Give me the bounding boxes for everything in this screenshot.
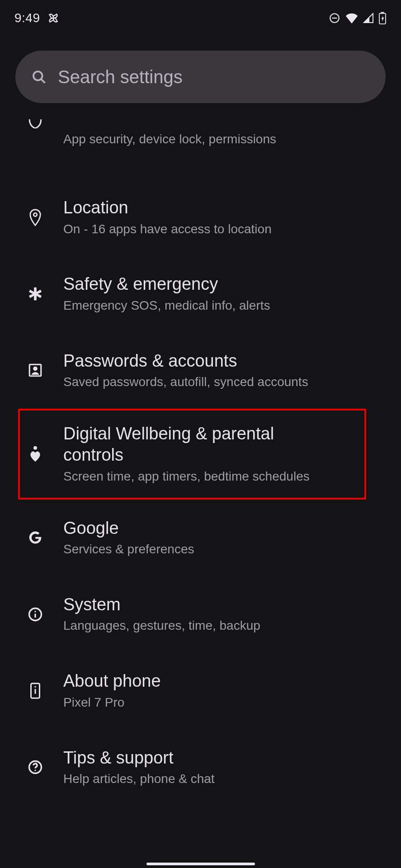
- setting-title: Digital Wellbeing & parental controls: [63, 423, 333, 466]
- highlight-box: Digital Wellbeing & parental controls Sc…: [18, 409, 366, 500]
- svg-point-8: [34, 367, 37, 370]
- setting-text: Safety & emergency Emergency SOS, medica…: [63, 274, 382, 314]
- wifi-icon: [345, 13, 359, 24]
- svg-line-5: [41, 79, 45, 83]
- setting-text: System Languages, gestures, time, backup: [63, 594, 382, 634]
- dnd-icon: [329, 12, 340, 24]
- setting-title: System: [63, 594, 369, 616]
- settings-item-security[interactable]: App security, device lock, permissions: [0, 111, 401, 179]
- google-icon: [26, 530, 44, 545]
- search-icon: [31, 69, 47, 85]
- setting-subtitle: Emergency SOS, medical info, alerts: [63, 297, 369, 314]
- setting-subtitle: Saved passwords, autofill, synced accoun…: [63, 373, 369, 391]
- search-container: Search settings: [0, 33, 401, 111]
- setting-title: Google: [63, 518, 369, 539]
- setting-title: Passwords & accounts: [63, 350, 369, 372]
- setting-text: Tips & support Help articles, phone & ch…: [63, 747, 382, 788]
- settings-item-tips[interactable]: Tips & support Help articles, phone & ch…: [0, 729, 401, 806]
- settings-item-google[interactable]: Google Services & preferences: [0, 500, 401, 576]
- help-icon: [26, 760, 44, 775]
- setting-text: About phone Pixel 7 Pro: [63, 670, 382, 711]
- settings-item-about[interactable]: About phone Pixel 7 Pro: [0, 652, 401, 729]
- settings-item-system[interactable]: System Languages, gestures, time, backup: [0, 576, 401, 652]
- info-icon: [26, 607, 44, 622]
- setting-text: Digital Wellbeing & parental controls Sc…: [63, 423, 345, 485]
- setting-subtitle: Languages, gestures, time, backup: [63, 617, 369, 634]
- account-box-icon: [26, 363, 44, 378]
- setting-subtitle: On - 16 apps have access to location: [63, 221, 369, 238]
- signal-icon: [363, 13, 374, 24]
- svg-point-9: [33, 446, 37, 450]
- status-left: 9:49: [14, 11, 60, 25]
- svg-point-12: [34, 611, 36, 612]
- setting-text: Passwords & accounts Saved passwords, au…: [63, 350, 382, 391]
- svg-point-4: [33, 71, 42, 80]
- location-pin-icon: [26, 209, 44, 226]
- setting-text: Google Services & preferences: [63, 518, 382, 558]
- status-time: 9:49: [14, 11, 40, 25]
- wellbeing-icon: [26, 445, 44, 463]
- battery-charging-icon: [378, 12, 387, 24]
- setting-title: About phone: [63, 670, 369, 692]
- setting-subtitle: Help articles, phone & chat: [63, 770, 369, 788]
- status-bar: 9:49: [0, 0, 401, 33]
- setting-text: Location On - 16 apps have access to loc…: [63, 197, 382, 237]
- pinwheel-icon: [47, 11, 60, 25]
- settings-item-safety[interactable]: Safety & emergency Emergency SOS, medica…: [0, 255, 401, 332]
- status-right: [329, 12, 387, 24]
- search-bar[interactable]: Search settings: [15, 51, 386, 103]
- medical-asterisk-icon: [26, 286, 44, 302]
- setting-subtitle: Services & preferences: [63, 541, 369, 558]
- search-placeholder: Search settings: [58, 67, 183, 87]
- svg-point-6: [33, 213, 37, 217]
- setting-subtitle: Pixel 7 Pro: [63, 694, 369, 711]
- svg-point-15: [34, 686, 36, 687]
- svg-rect-3: [381, 12, 384, 14]
- phone-info-icon: [26, 682, 44, 699]
- settings-item-location[interactable]: Location On - 16 apps have access to loc…: [0, 179, 401, 255]
- settings-item-passwords[interactable]: Passwords & accounts Saved passwords, au…: [0, 332, 401, 409]
- setting-title: Location: [63, 197, 369, 219]
- nav-pill[interactable]: [146, 863, 255, 865]
- setting-title: Safety & emergency: [63, 274, 369, 295]
- setting-text: App security, device lock, permissions: [63, 131, 382, 148]
- settings-list[interactable]: App security, device lock, permissions L…: [0, 111, 401, 806]
- svg-point-17: [34, 770, 36, 771]
- setting-subtitle: App security, device lock, permissions: [63, 131, 369, 148]
- setting-subtitle: Screen time, app timers, bedtime schedul…: [63, 468, 333, 485]
- setting-title: Tips & support: [63, 747, 369, 769]
- shield-icon: [26, 119, 44, 128]
- settings-item-wellbeing[interactable]: Digital Wellbeing & parental controls Sc…: [20, 410, 364, 498]
